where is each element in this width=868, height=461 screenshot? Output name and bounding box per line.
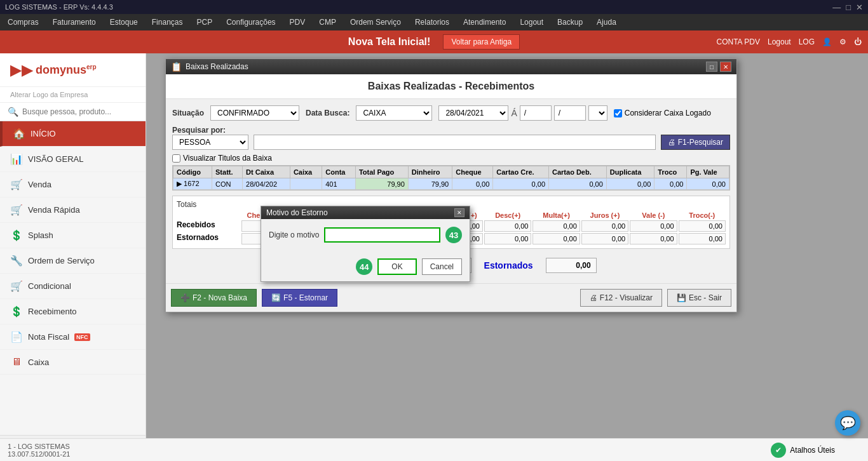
pesquisar-por-select[interactable]: PESSOA [172,135,248,150]
sidebar-item-inicio-label: INÍCIO [31,129,56,138]
motivo-input[interactable] [324,227,440,243]
col-header-dt-caixa: Dt Caixa [243,166,290,178]
estornados-multa: 0,00 [532,233,580,244]
btn-sair[interactable]: 💾 Esc - Sair [667,289,731,307]
menu-logout[interactable]: Logout [517,17,546,28]
sidebar-item-nota-fiscal[interactable]: 📄 Nota Fiscal NFC [0,324,146,350]
menu-financas[interactable]: Finanças [149,17,186,28]
sidebar-item-splash[interactable]: 💲 Splash [0,223,146,248]
dialog-sub-close-btn[interactable]: ✕ [454,208,465,217]
dialog-close-btn[interactable]: ✕ [720,62,731,72]
date-separator: Á [511,108,517,118]
date-to-select[interactable] [588,105,607,121]
pesquisar-input[interactable] [254,135,656,150]
table-row[interactable]: ▶ 1672 CON 28/04/202 401 79,90 79,90 0,0… [173,178,729,190]
date-from-select[interactable]: 28/04/2021 [438,105,508,121]
top-banner: Nova Tela Inicial! Voltar para Antiga CO… [0,30,868,53]
btn-voltar-antiga[interactable]: Voltar para Antiga [443,34,520,50]
user-icon: 👤 [822,37,832,46]
sidebar-item-ordem-servico[interactable]: 🔧 Ordem de Serviço [0,248,146,274]
recebidos-vale: 0,00 [630,220,677,232]
col-header-conta: Conta [322,166,356,178]
dialog-maximize-btn[interactable]: □ [706,62,717,72]
power-icon[interactable]: ⏻ [854,37,862,46]
sidebar-item-visao-geral[interactable]: 📊 VISÃO GERAL [0,147,146,172]
visualizar-titulos-label[interactable]: Visualizar Titulos da Baixa [172,154,272,163]
menu-backup[interactable]: Backup [555,17,585,28]
conta-pdv-label[interactable]: CONTA PDV [716,37,759,46]
dialog-footer: ➕ F2 - Nova Baixa 🔄 F5 - Estornar 🖨 F12 … [166,283,736,312]
close-window-button[interactable]: ✕ [856,3,863,12]
logout-label[interactable]: Logout [768,37,791,46]
btn-ok[interactable]: OK [377,258,416,275]
conditional-icon: 🛒 [10,280,23,292]
sidebar-item-ordem-label: Ordem de Serviço [28,256,95,265]
sidebar-item-condicional[interactable]: 🛒 Condicional [0,274,146,299]
status-bar: 1 - LOG SISTEMAS 13.007.512/0001-21 ✔ At… [0,438,868,461]
minimize-button[interactable]: — [832,3,841,12]
menu-cmp[interactable]: CMP [316,17,339,28]
btn-visualizar[interactable]: 🖨 F12 - Visualizar [580,289,662,307]
search-icon: 🔍 [8,107,18,117]
maximize-button[interactable]: □ [846,3,851,12]
date-to-input2[interactable] [554,105,586,121]
date-to-input[interactable] [520,105,552,121]
data-table-wrapper: Código Statt. Dt Caixa Caixa Conta Total… [172,165,730,190]
btn-cancel[interactable]: Cancel [422,258,462,275]
sidebar-item-venda[interactable]: 🛒 Venda [0,172,146,197]
sidebar-search-container: 🔍 [0,103,146,121]
menu-pdv[interactable]: PDV [287,17,308,28]
sidebar-item-venda-label: Venda [28,180,51,189]
cell-cheque: 0,00 [452,178,493,190]
menu-estoque[interactable]: Estoque [107,17,140,28]
sidebar-item-venda-rapida[interactable]: 🛒 Venda Rápida [0,197,146,223]
menu-pcp[interactable]: PCP [194,17,215,28]
btn-nova-baixa[interactable]: ➕ F2 - Nova Baixa [171,289,257,307]
alterar-logo[interactable]: Alterar Logo da Empresa [0,87,146,103]
sidebar-item-caixa[interactable]: 🖥 Caixa [0,350,146,375]
menu-compras[interactable]: Compras [5,17,41,28]
dialog-sub-footer: 44 OK Cancel [261,258,470,281]
col-header-pg-vale: Pg. Vale [687,166,729,178]
dialog-sub-body: Digite o motivo 43 [261,219,470,258]
top-right-controls: CONTA PDV Logout LOG 👤 ⚙ ⏻ [716,30,862,53]
totals-header-juros: Juros (+) [581,211,628,219]
btn-pesquisar[interactable]: 🖨 F1-Pesquisar [661,135,730,150]
chat-button[interactable]: 💬 [835,410,860,436]
shortcuts-container: ✔ Atalhos Úteis [771,443,835,458]
menu-ajuda[interactable]: Ajuda [594,17,619,28]
recebidos-juros: 0,00 [581,220,628,232]
visualizar-titulos-checkbox[interactable] [172,154,180,163]
dialog-main-title-bar: 📋 Baixas Realizadas □ ✕ [166,59,736,74]
btn-estornar[interactable]: 🔄 F5 - Estornar [262,289,337,307]
cell-troco: 0,00 [654,178,687,190]
dollar-icon: 💲 [10,229,23,241]
search-input[interactable] [22,107,138,116]
menu-ordem-servico[interactable]: Ordem Serviço [348,17,403,28]
sidebar-item-recebimento[interactable]: 💲 Recebimento [0,299,146,324]
menu-atendimento[interactable]: Atendimento [461,17,508,28]
menu-faturamento[interactable]: Faturamento [50,17,98,28]
sair-icon: 💾 [677,293,686,302]
data-busca-select[interactable]: CAIXA [356,105,432,121]
step-badge-43: 43 [445,227,462,243]
situacao-select[interactable]: CONFIRMADO [210,105,299,121]
menu-relatorios[interactable]: Relatorios [412,17,452,28]
logo-text: domynuserp [36,63,97,77]
menu-configuracoes[interactable]: Configurações [224,17,278,28]
sidebar-item-splash-label: Splash [28,230,53,240]
settings-icon[interactable]: ⚙ [839,37,846,46]
btn-nova-baixa-label: F2 - Nova Baixa [193,293,247,302]
main-content: 📋 Baixas Realizadas □ ✕ Baixas Realizada… [146,53,868,461]
pesquisar-icon: 🖨 [668,138,675,147]
estornados-troco: 0,00 [679,233,726,244]
data-busca-label: Data Busca: [306,109,349,117]
considerar-caixa-label[interactable]: Considerar Caixa Logado [614,109,711,117]
dialog-controls: □ ✕ [706,62,731,72]
col-header-troco: Troco [654,166,687,178]
pesquisar-row: PESSOA 🖨 F1-Pesquisar [172,135,730,150]
sidebar-item-inicio[interactable]: 🏠 INÍCIO [0,121,146,147]
totals-header-multa: Multa(+) [532,211,580,219]
estornados-vale: 0,00 [630,233,677,244]
considerar-caixa-checkbox[interactable] [614,109,622,117]
